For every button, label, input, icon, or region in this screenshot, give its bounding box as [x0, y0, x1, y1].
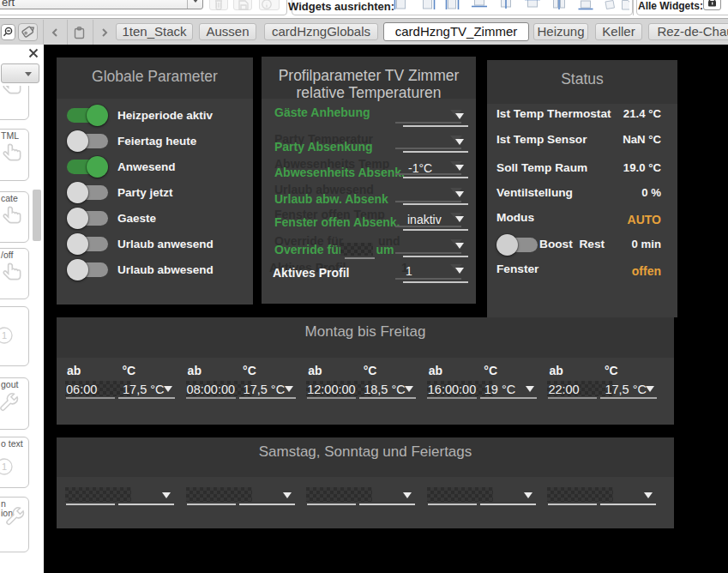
svg-text:1: 1: [2, 330, 7, 341]
svg-text:1: 1: [2, 461, 7, 472]
